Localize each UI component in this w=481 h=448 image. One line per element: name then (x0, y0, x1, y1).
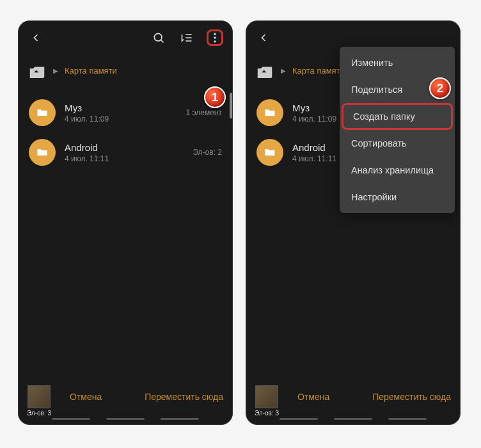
selection-count: Эл-ов: 3 (255, 410, 279, 417)
list-item[interactable]: Android 4 июл. 11:11 Эл-ов: 2 (19, 132, 232, 172)
cancel-button[interactable]: Отмена (70, 392, 102, 402)
file-meta: 1 элемент (185, 108, 222, 117)
nav-back[interactable] (161, 418, 199, 420)
sort-list-icon[interactable] (178, 29, 195, 46)
svg-point-5 (214, 33, 216, 35)
android-nav-bar (246, 415, 460, 424)
top-bar (19, 21, 232, 54)
breadcrumb-separator: ▶ (53, 67, 58, 74)
folder-icon (256, 99, 283, 126)
bottom-action-bar: Эл-ов: 3 Отмена Переместить сюда (19, 378, 232, 415)
selection-thumbnail[interactable]: Эл-ов: 3 (28, 385, 51, 408)
list-item[interactable]: Муз 4 июл. 11:09 1 элемент (19, 93, 232, 132)
nav-back[interactable] (388, 418, 427, 420)
home-icon[interactable] (255, 62, 274, 79)
scrollbar-thumb[interactable] (230, 93, 232, 118)
file-name: Android (65, 142, 184, 153)
menu-storage-analysis[interactable]: Анализ хранилища (340, 157, 455, 184)
svg-point-6 (214, 36, 216, 38)
nav-home[interactable] (334, 418, 372, 420)
back-button[interactable] (28, 29, 44, 46)
cancel-button[interactable]: Отмена (297, 392, 329, 402)
move-here-button[interactable]: Переместить сюда (372, 392, 451, 402)
nav-recents[interactable] (52, 418, 90, 420)
overflow-menu: Изменить Поделиться Создать папку Сортир… (340, 47, 455, 213)
folder-icon (29, 99, 56, 126)
move-here-button[interactable]: Переместить сюда (145, 392, 223, 402)
phone-screen-right: ▶ Карта памяти Муз 4 июл. 11:09 Android … (246, 20, 461, 425)
folder-icon (29, 139, 56, 166)
nav-recents[interactable] (280, 418, 318, 420)
file-date: 4 июл. 11:09 (65, 115, 177, 124)
file-date: 4 июл. 11:11 (65, 154, 184, 163)
file-meta: Эл-ов: 2 (193, 148, 222, 157)
nav-home[interactable] (106, 418, 145, 420)
breadcrumb-separator: ▶ (281, 67, 286, 74)
menu-sort[interactable]: Сортировать (340, 130, 455, 157)
svg-point-0 (154, 33, 162, 41)
menu-settings[interactable]: Настройки (340, 184, 455, 211)
search-icon[interactable] (150, 29, 167, 46)
callout-badge-2: 2 (429, 77, 451, 99)
folder-icon (256, 139, 283, 166)
menu-create-folder[interactable]: Создать папку (342, 103, 453, 130)
breadcrumb: ▶ Карта памяти (19, 54, 232, 90)
breadcrumb-location[interactable]: Карта памяти (65, 66, 117, 76)
bottom-action-bar: Эл-ов: 3 Отмена Переместить сюда (246, 378, 460, 415)
callout-badge-1: 1 (204, 86, 226, 108)
back-button[interactable] (255, 29, 272, 46)
selection-count: Эл-ов: 3 (27, 410, 51, 417)
svg-line-1 (161, 40, 164, 43)
home-icon[interactable] (28, 62, 47, 79)
file-name: Муз (65, 102, 177, 113)
file-list: Муз 4 июл. 11:09 1 элемент Android 4 июл… (19, 90, 232, 378)
menu-edit[interactable]: Изменить (340, 49, 455, 76)
selection-thumbnail[interactable]: Эл-ов: 3 (255, 385, 278, 408)
breadcrumb-location[interactable]: Карта памяти (292, 66, 345, 76)
more-menu-button[interactable] (207, 29, 223, 46)
android-nav-bar (19, 415, 232, 424)
svg-point-7 (214, 40, 216, 42)
phone-screen-left: ▶ Карта памяти Муз 4 июл. 11:09 1 элемен… (18, 20, 233, 425)
